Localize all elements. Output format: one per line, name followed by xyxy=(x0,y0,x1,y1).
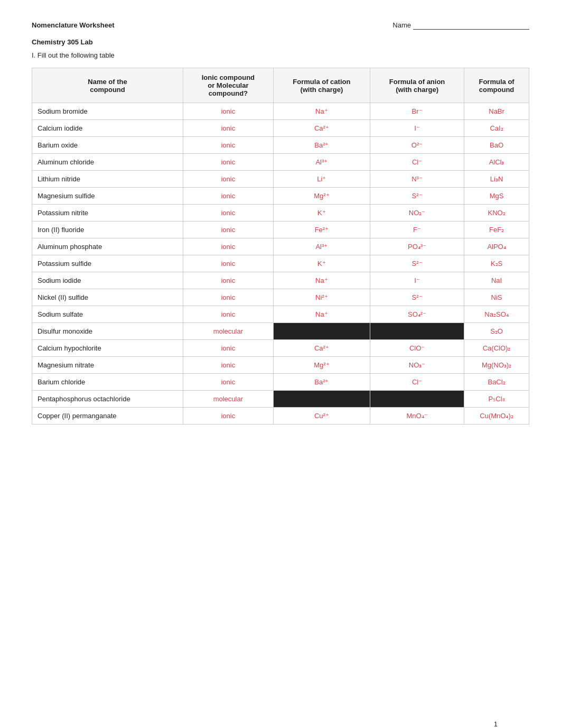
course-subtitle: Chemistry 305 Lab xyxy=(32,38,529,46)
cell-cation xyxy=(273,391,370,408)
cell-name: Barium chloride xyxy=(32,374,183,391)
table-row: Nickel (II) sulfideionicNi²⁺S²⁻NiS xyxy=(32,289,529,306)
cell-name: Copper (II) permanganate xyxy=(32,408,183,425)
cell-formula: Cu(MnO₄)₂ xyxy=(464,408,529,425)
cell-name: Aluminum phosphate xyxy=(32,238,183,255)
cell-type: molecular xyxy=(183,391,273,408)
cell-cation: Mg²⁺ xyxy=(273,357,370,374)
page-number: 1 xyxy=(494,720,498,728)
table-row: Disulfur monoxidemolecular S₂O xyxy=(32,323,529,340)
table-row: Copper (II) permanganateionicCu²⁺MnO₄⁻Cu… xyxy=(32,408,529,425)
cell-type: ionic xyxy=(183,188,273,205)
table-row: Sodium bromideionicNa⁺Br⁻NaBr xyxy=(32,103,529,120)
cell-formula: Li₃N xyxy=(464,171,529,188)
cell-name: Potassium sulfide xyxy=(32,255,183,272)
cell-anion: PO₄³⁻ xyxy=(370,238,464,255)
cell-formula: BaCl₂ xyxy=(464,374,529,391)
cell-type: ionic xyxy=(183,205,273,222)
nomenclature-table: Name of thecompound Ionic compoundor Mol… xyxy=(32,68,529,425)
cell-name: Sodium iodide xyxy=(32,272,183,289)
cell-type: ionic xyxy=(183,171,273,188)
cell-cation: Cu²⁺ xyxy=(273,408,370,425)
table-row: Aluminum phosphateionicAl³⁺PO₄³⁻AlPO₄ xyxy=(32,238,529,255)
cell-type: ionic xyxy=(183,289,273,306)
cell-formula: Ca(ClO)₂ xyxy=(464,340,529,357)
cell-type: ionic xyxy=(183,340,273,357)
cell-anion: Br⁻ xyxy=(370,103,464,120)
table-row: Aluminum chlorideionicAl³⁺Cl⁻AlCl₃ xyxy=(32,154,529,171)
cell-anion: NO₂⁻ xyxy=(370,205,464,222)
cell-cation: Li⁺ xyxy=(273,171,370,188)
cell-anion: S²⁻ xyxy=(370,188,464,205)
table-row: Calcium hypochloriteionicCa²⁺ClO⁻Ca(ClO)… xyxy=(32,340,529,357)
cell-formula: NaBr xyxy=(464,103,529,120)
cell-formula: AlPO₄ xyxy=(464,238,529,255)
name-underline[interactable] xyxy=(413,21,529,30)
cell-formula: FeF₂ xyxy=(464,222,529,238)
cell-type: ionic xyxy=(183,306,273,323)
cell-anion xyxy=(370,323,464,340)
cell-anion: SO₄²⁻ xyxy=(370,306,464,323)
cell-anion: F⁻ xyxy=(370,222,464,238)
cell-cation: Ni²⁺ xyxy=(273,289,370,306)
cell-formula: BaO xyxy=(464,137,529,154)
cell-name: Aluminum chloride xyxy=(32,154,183,171)
cell-cation: Mg²⁺ xyxy=(273,188,370,205)
cell-formula: MgS xyxy=(464,188,529,205)
col-header-type: Ionic compoundor Molecularcompound? xyxy=(183,68,273,103)
cell-type: ionic xyxy=(183,357,273,374)
cell-anion: Cl⁻ xyxy=(370,374,464,391)
cell-anion: NO₃⁻ xyxy=(370,357,464,374)
cell-type: ionic xyxy=(183,137,273,154)
cell-formula: NaI xyxy=(464,272,529,289)
cell-cation: Ca²⁺ xyxy=(273,120,370,137)
cell-name: Lithium nitride xyxy=(32,171,183,188)
cell-anion: S²⁻ xyxy=(370,289,464,306)
col-header-cation: Formula of cation(with charge) xyxy=(273,68,370,103)
cell-formula: K₂S xyxy=(464,255,529,272)
cell-name: Disulfur monoxide xyxy=(32,323,183,340)
table-row: Sodium iodideionicNa⁺I⁻NaI xyxy=(32,272,529,289)
cell-anion: I⁻ xyxy=(370,272,464,289)
col-header-anion: Formula of anion(with charge) xyxy=(370,68,464,103)
cell-cation: Ba²⁺ xyxy=(273,137,370,154)
cell-anion: ClO⁻ xyxy=(370,340,464,357)
cell-type: ionic xyxy=(183,154,273,171)
table-row: Barium chlorideionicBa²⁺Cl⁻BaCl₂ xyxy=(32,374,529,391)
cell-cation: Ba²⁺ xyxy=(273,374,370,391)
table-row: Magnesium sulfideionicMg²⁺S²⁻MgS xyxy=(32,188,529,205)
table-row: Potassium nitriteionicK⁺NO₂⁻KNO₂ xyxy=(32,205,529,222)
name-field: Name xyxy=(392,21,529,30)
cell-formula: S₂O xyxy=(464,323,529,340)
cell-type: ionic xyxy=(183,222,273,238)
cell-formula: NiS xyxy=(464,289,529,306)
cell-cation: Ca²⁺ xyxy=(273,340,370,357)
cell-anion: O²⁻ xyxy=(370,137,464,154)
cell-formula: CaI₂ xyxy=(464,120,529,137)
cell-name: Potassium nitrite xyxy=(32,205,183,222)
cell-cation: Na⁺ xyxy=(273,306,370,323)
cell-anion: S²⁻ xyxy=(370,255,464,272)
table-row: Lithium nitrideionicLi⁺N³⁻Li₃N xyxy=(32,171,529,188)
cell-name: Calcium hypochlorite xyxy=(32,340,183,357)
table-row: Magnesium nitrateionicMg²⁺NO₃⁻Mg(NO₃)₂ xyxy=(32,357,529,374)
col-header-formula: Formula ofcompound xyxy=(464,68,529,103)
cell-type: ionic xyxy=(183,238,273,255)
cell-cation: Na⁺ xyxy=(273,103,370,120)
cell-cation: Fe²⁺ xyxy=(273,222,370,238)
cell-formula: P₅Cl₈ xyxy=(464,391,529,408)
table-row: Calcium iodideionicCa²⁺I⁻CaI₂ xyxy=(32,120,529,137)
cell-formula: KNO₂ xyxy=(464,205,529,222)
instruction-text: I. Fill out the following table xyxy=(32,51,529,59)
cell-anion: N³⁻ xyxy=(370,171,464,188)
cell-formula: Mg(NO₃)₂ xyxy=(464,357,529,374)
cell-cation: Al³⁺ xyxy=(273,238,370,255)
col-header-name: Name of thecompound xyxy=(32,68,183,103)
cell-anion: Cl⁻ xyxy=(370,154,464,171)
cell-type: ionic xyxy=(183,374,273,391)
cell-cation: Na⁺ xyxy=(273,272,370,289)
cell-name: Nickel (II) sulfide xyxy=(32,289,183,306)
cell-name: Sodium bromide xyxy=(32,103,183,120)
cell-cation: Al³⁺ xyxy=(273,154,370,171)
cell-formula: AlCl₃ xyxy=(464,154,529,171)
